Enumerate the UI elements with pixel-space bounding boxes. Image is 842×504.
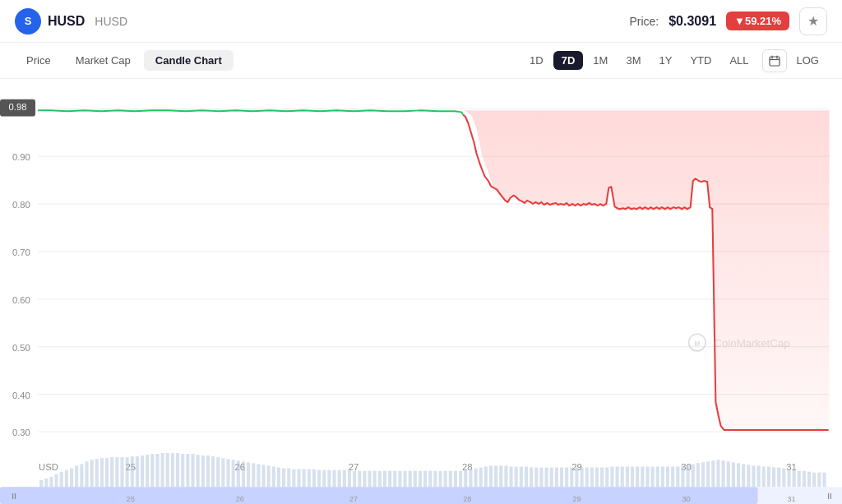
svg-text:29: 29 xyxy=(572,495,581,503)
svg-text:0.60: 0.60 xyxy=(12,295,30,305)
svg-rect-169 xyxy=(742,464,745,487)
svg-rect-98 xyxy=(383,471,386,488)
svg-rect-48 xyxy=(131,456,134,487)
svg-text:CoinMarketCap: CoinMarketCap xyxy=(714,337,789,349)
svg-rect-95 xyxy=(368,471,371,488)
svg-rect-123 xyxy=(510,467,513,488)
svg-rect-38 xyxy=(80,464,83,487)
svg-rect-185 xyxy=(822,473,826,488)
star-icon: ★ xyxy=(807,13,819,29)
svg-rect-47 xyxy=(126,457,129,487)
svg-rect-53 xyxy=(155,454,159,487)
svg-rect-109 xyxy=(439,471,442,488)
token-info: S HUSD HUSD xyxy=(15,8,127,35)
tab-market-cap[interactable]: Market Cap xyxy=(64,50,142,71)
svg-rect-103 xyxy=(409,471,412,488)
svg-rect-148 xyxy=(636,467,639,488)
svg-rect-100 xyxy=(393,471,396,488)
svg-rect-175 xyxy=(772,468,775,488)
time-7d[interactable]: 7D xyxy=(553,51,584,70)
svg-rect-60 xyxy=(191,454,194,487)
svg-rect-166 xyxy=(727,461,730,487)
svg-rect-111 xyxy=(449,471,452,488)
calendar-button[interactable] xyxy=(762,49,787,72)
svg-rect-117 xyxy=(479,468,483,488)
svg-rect-94 xyxy=(363,471,366,488)
time-log[interactable]: LOG xyxy=(789,51,827,70)
svg-rect-35 xyxy=(65,470,68,488)
svg-rect-69 xyxy=(237,460,240,487)
svg-rect-105 xyxy=(419,471,422,488)
time-1y[interactable]: 1Y xyxy=(650,51,680,70)
svg-rect-101 xyxy=(398,471,401,488)
svg-rect-170 xyxy=(747,465,750,487)
svg-rect-141 xyxy=(600,468,604,488)
svg-text:26: 26 xyxy=(236,495,244,503)
svg-rect-102 xyxy=(403,471,406,488)
tabs-row: Price Market Cap Candle Chart 1D 7D 1M 3… xyxy=(0,43,842,79)
price-change-badge: ▼59.21% xyxy=(726,12,789,30)
svg-rect-63 xyxy=(206,455,210,487)
svg-rect-106 xyxy=(423,471,427,488)
svg-rect-36 xyxy=(70,469,73,488)
svg-rect-136 xyxy=(575,468,578,488)
svg-text:28: 28 xyxy=(463,495,471,503)
svg-rect-115 xyxy=(469,469,472,488)
svg-rect-161 xyxy=(701,462,705,487)
svg-rect-108 xyxy=(433,471,437,488)
svg-text:27: 27 xyxy=(349,495,358,503)
svg-rect-145 xyxy=(621,467,624,488)
tab-candle-chart[interactable]: Candle Chart xyxy=(144,50,234,71)
svg-rect-80 xyxy=(292,469,295,488)
tab-price[interactable]: Price xyxy=(15,50,62,71)
svg-rect-77 xyxy=(277,468,280,488)
svg-rect-151 xyxy=(651,467,655,488)
svg-rect-163 xyxy=(711,460,715,487)
price-label: Price: xyxy=(629,15,659,28)
svg-rect-164 xyxy=(716,460,719,487)
svg-rect-110 xyxy=(444,471,447,488)
svg-text:0.70: 0.70 xyxy=(12,247,30,257)
svg-rect-58 xyxy=(181,454,184,487)
svg-rect-126 xyxy=(525,467,528,488)
svg-rect-84 xyxy=(312,469,316,488)
svg-rect-143 xyxy=(610,467,613,488)
svg-rect-147 xyxy=(631,467,634,488)
time-1m[interactable]: 1M xyxy=(585,51,616,70)
svg-rect-137 xyxy=(581,468,584,488)
svg-text:0.30: 0.30 xyxy=(12,428,30,437)
svg-rect-33 xyxy=(55,474,58,488)
svg-rect-70 xyxy=(242,461,245,487)
svg-rect-140 xyxy=(595,468,599,488)
time-3m[interactable]: 3M xyxy=(618,51,649,70)
svg-rect-153 xyxy=(661,467,664,488)
svg-rect-159 xyxy=(692,464,695,487)
time-all[interactable]: ALL xyxy=(721,51,756,70)
svg-text:0.90: 0.90 xyxy=(12,152,30,162)
svg-rect-158 xyxy=(687,465,690,487)
svg-rect-157 xyxy=(681,465,684,487)
svg-rect-178 xyxy=(787,469,790,488)
time-ytd[interactable]: YTD xyxy=(682,51,719,70)
time-1d[interactable]: 1D xyxy=(521,51,552,70)
calendar-icon xyxy=(769,55,780,67)
svg-rect-52 xyxy=(150,454,154,487)
svg-rect-172 xyxy=(757,465,761,487)
watchlist-button[interactable]: ★ xyxy=(799,7,827,35)
svg-rect-88 xyxy=(332,470,335,488)
svg-rect-62 xyxy=(201,455,205,487)
svg-rect-176 xyxy=(777,468,780,488)
svg-text:31: 31 xyxy=(787,495,795,503)
svg-rect-125 xyxy=(520,467,523,488)
svg-rect-127 xyxy=(530,468,533,488)
svg-text:0.40: 0.40 xyxy=(12,391,30,400)
svg-text:25: 25 xyxy=(127,495,135,503)
svg-rect-139 xyxy=(590,468,594,488)
svg-rect-86 xyxy=(322,470,326,488)
svg-rect-90 xyxy=(343,470,346,488)
header: S HUSD HUSD Price: $0.3091 ▼59.21% ★ xyxy=(0,0,842,43)
svg-text:30: 30 xyxy=(682,495,690,503)
svg-rect-40 xyxy=(90,460,94,487)
svg-rect-87 xyxy=(327,470,331,488)
svg-rect-121 xyxy=(499,465,502,487)
